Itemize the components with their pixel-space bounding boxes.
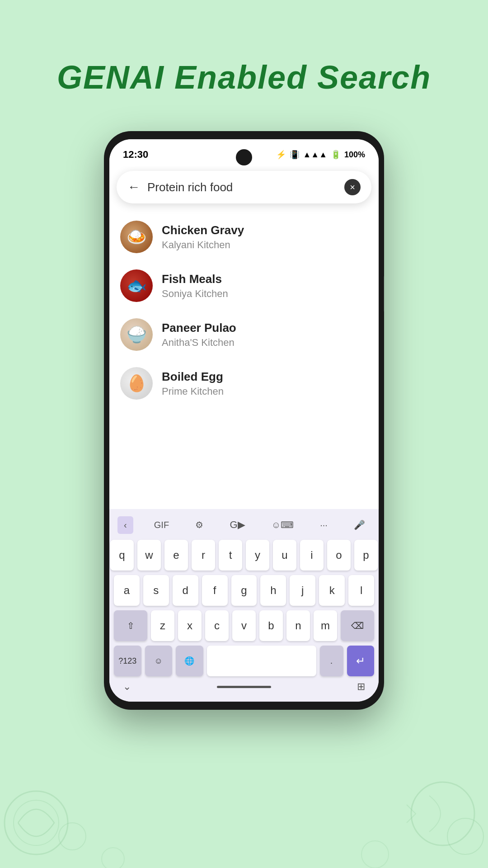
- enter-key[interactable]: ↵: [347, 646, 375, 676]
- globe-key[interactable]: 🌐: [176, 646, 203, 676]
- result-name: Boiled Egg: [162, 370, 368, 384]
- key-e[interactable]: e: [164, 540, 188, 571]
- search-input[interactable]: Protein rich food: [147, 180, 337, 194]
- background-decoration: [0, 732, 488, 868]
- svg-point-3: [411, 782, 474, 845]
- result-item[interactable]: Paneer Pulao Anitha'S Kitchen: [109, 310, 379, 359]
- space-key[interactable]: [207, 646, 316, 676]
- key-k[interactable]: k: [319, 575, 345, 606]
- key-y[interactable]: y: [246, 540, 269, 571]
- keyboard-chevron-button[interactable]: ‹: [117, 516, 133, 534]
- key-c[interactable]: c: [205, 610, 229, 641]
- shift-key[interactable]: ⇧: [114, 610, 147, 641]
- key-g[interactable]: g: [231, 575, 257, 606]
- key-z[interactable]: z: [151, 610, 174, 641]
- food-image-egg: [120, 367, 153, 400]
- key-n[interactable]: n: [286, 610, 310, 641]
- key-d[interactable]: d: [173, 575, 198, 606]
- home-area: ⌄ ⊞: [114, 676, 374, 693]
- result-kitchen: Prime Kitchen: [162, 386, 368, 397]
- status-time: 12:30: [123, 149, 148, 160]
- result-info: Fish Meals Soniya Kitchen: [162, 272, 368, 300]
- svg-point-6: [361, 841, 389, 868]
- power-button: [384, 276, 384, 312]
- settings-icon[interactable]: ⚙: [190, 516, 209, 534]
- more-options-icon[interactable]: ···: [314, 516, 333, 534]
- keyboard-toolbar: ‹ GIF ⚙ G▶ ☺⌨ ··· 🎤: [114, 515, 374, 540]
- period-key[interactable]: .: [320, 646, 343, 676]
- svg-point-0: [5, 791, 68, 854]
- key-j[interactable]: j: [290, 575, 315, 606]
- result-info: Boiled Egg Prime Kitchen: [162, 370, 368, 397]
- keyboard-row-2: a s d f g h j k l: [114, 575, 374, 606]
- key-h[interactable]: h: [260, 575, 286, 606]
- battery-icon: 🔋: [331, 150, 341, 160]
- key-l[interactable]: l: [348, 575, 374, 606]
- back-button[interactable]: ←: [127, 180, 140, 194]
- page-title: GENAI Enabled Search: [0, 0, 488, 96]
- food-image-chicken: [120, 221, 153, 253]
- home-indicator: [217, 686, 271, 688]
- result-info: Paneer Pulao Anitha'S Kitchen: [162, 321, 368, 349]
- search-results: Chicken Gravy Kalyani Kitchen Fish Meals…: [109, 208, 379, 412]
- key-s[interactable]: s: [143, 575, 169, 606]
- key-t[interactable]: t: [219, 540, 242, 571]
- result-name: Fish Meals: [162, 272, 368, 286]
- svg-point-1: [14, 800, 59, 845]
- key-q[interactable]: q: [110, 540, 134, 571]
- food-image-fish: [120, 269, 153, 302]
- result-name: Chicken Gravy: [162, 223, 368, 237]
- translate-icon[interactable]: G▶: [224, 515, 250, 534]
- status-icons: ⚡ 📳 ▲▲▲ 🔋 100%: [276, 150, 366, 160]
- keyboard-bottom-row: ?123 ☺ 🌐 . ↵: [114, 646, 374, 676]
- close-icon: ×: [350, 182, 355, 193]
- svg-point-5: [102, 848, 124, 868]
- result-item[interactable]: Boiled Egg Prime Kitchen: [109, 359, 379, 408]
- result-kitchen: Anitha'S Kitchen: [162, 337, 368, 349]
- key-v[interactable]: v: [232, 610, 256, 641]
- battery-percent: 100%: [344, 150, 365, 160]
- microphone-icon[interactable]: 🎤: [348, 516, 371, 534]
- svg-point-2: [59, 823, 86, 850]
- vibrate-icon: 📳: [290, 150, 300, 160]
- phone-mockup: 12:30 ⚡ 📳 ▲▲▲ 🔋 100% ← Protein rich food…: [104, 131, 384, 710]
- food-image-paneer: [120, 318, 153, 351]
- key-r[interactable]: r: [192, 540, 215, 571]
- result-info: Chicken Gravy Kalyani Kitchen: [162, 223, 368, 251]
- result-item[interactable]: Fish Meals Soniya Kitchen: [109, 261, 379, 310]
- keyboard-rows: q w e r t y u i o p a: [114, 540, 374, 641]
- gif-button[interactable]: GIF: [149, 516, 174, 534]
- key-p[interactable]: p: [354, 540, 378, 571]
- key-x[interactable]: x: [178, 610, 202, 641]
- result-name: Paneer Pulao: [162, 321, 368, 335]
- search-bar[interactable]: ← Protein rich food ×: [117, 171, 371, 203]
- key-b[interactable]: b: [259, 610, 283, 641]
- result-kitchen: Soniya Kitchen: [162, 288, 368, 300]
- bluetooth-icon: ⚡: [276, 150, 286, 160]
- keyboard-grid-icon[interactable]: ⊞: [357, 681, 365, 693]
- camera-notch: [236, 149, 252, 165]
- keyboard-row-3: ⇧ z x c v b n m ⌫: [114, 610, 374, 641]
- key-f[interactable]: f: [202, 575, 228, 606]
- keyboard-row-1: q w e r t y u i o p: [114, 540, 374, 571]
- clear-button[interactable]: ×: [344, 179, 361, 195]
- emoji-key[interactable]: ☺: [145, 646, 173, 676]
- key-m[interactable]: m: [314, 610, 337, 641]
- numbers-key[interactable]: ?123: [114, 646, 141, 676]
- result-kitchen: Kalyani Kitchen: [162, 239, 368, 251]
- keyboard: ‹ GIF ⚙ G▶ ☺⌨ ··· 🎤 q w e: [109, 509, 379, 702]
- key-u[interactable]: u: [273, 540, 296, 571]
- svg-point-4: [447, 818, 483, 854]
- key-a[interactable]: a: [114, 575, 140, 606]
- backspace-key[interactable]: ⌫: [341, 610, 374, 641]
- result-item[interactable]: Chicken Gravy Kalyani Kitchen: [109, 212, 379, 261]
- signal-icon: ▲▲▲: [303, 150, 327, 160]
- key-o[interactable]: o: [327, 540, 351, 571]
- keyboard-down-icon[interactable]: ⌄: [123, 681, 131, 693]
- key-w[interactable]: w: [137, 540, 161, 571]
- emoji-keyboard-icon[interactable]: ☺⌨: [266, 516, 299, 534]
- key-i[interactable]: i: [300, 540, 324, 571]
